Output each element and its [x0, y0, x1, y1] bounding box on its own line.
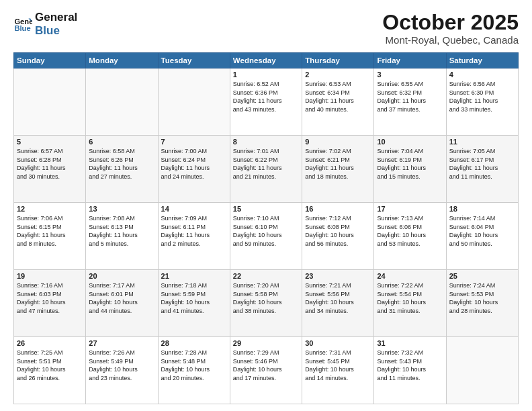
calendar-cell: 23Sunrise: 7:21 AM Sunset: 5:56 PM Dayli…	[302, 270, 374, 337]
day-number: 15	[233, 205, 299, 213]
calendar-cell: 24Sunrise: 7:22 AM Sunset: 5:54 PM Dayli…	[374, 270, 446, 337]
calendar-cell: 28Sunrise: 7:28 AM Sunset: 5:48 PM Dayli…	[158, 337, 230, 404]
calendar-week-3: 19Sunrise: 7:16 AM Sunset: 6:03 PM Dayli…	[14, 270, 519, 337]
day-info: Sunrise: 7:18 AM Sunset: 5:59 PM Dayligh…	[161, 281, 227, 315]
day-info: Sunrise: 7:25 AM Sunset: 5:51 PM Dayligh…	[17, 349, 83, 382]
calendar-cell: 5Sunrise: 6:57 AM Sunset: 6:28 PM Daylig…	[14, 136, 86, 203]
day-info: Sunrise: 7:08 AM Sunset: 6:13 PM Dayligh…	[89, 214, 154, 248]
day-number: 6	[89, 138, 154, 146]
day-header-friday: Friday	[374, 53, 446, 68]
page: General Blue General Blue October 2025 M…	[0, 0, 532, 411]
day-number: 22	[233, 272, 299, 280]
day-info: Sunrise: 7:29 AM Sunset: 5:46 PM Dayligh…	[233, 349, 299, 382]
day-info: Sunrise: 7:10 AM Sunset: 6:10 PM Dayligh…	[233, 214, 299, 248]
calendar-cell	[14, 68, 86, 136]
day-info: Sunrise: 7:04 AM Sunset: 6:19 PM Dayligh…	[377, 147, 443, 181]
calendar-cell: 19Sunrise: 7:16 AM Sunset: 6:03 PM Dayli…	[14, 270, 86, 337]
calendar-cell: 26Sunrise: 7:25 AM Sunset: 5:51 PM Dayli…	[14, 337, 86, 404]
calendar-cell: 21Sunrise: 7:18 AM Sunset: 5:59 PM Dayli…	[158, 270, 230, 337]
logo-icon: General Blue	[13, 15, 32, 34]
logo: General Blue General Blue	[13, 11, 77, 37]
day-header-wednesday: Wednesday	[230, 53, 302, 68]
day-number: 14	[161, 205, 227, 213]
day-number: 5	[17, 138, 83, 146]
calendar-cell	[86, 68, 158, 136]
day-header-tuesday: Tuesday	[158, 53, 230, 68]
calendar-cell: 29Sunrise: 7:29 AM Sunset: 5:46 PM Dayli…	[230, 337, 302, 404]
calendar-cell: 27Sunrise: 7:26 AM Sunset: 5:49 PM Dayli…	[86, 337, 158, 404]
day-info: Sunrise: 7:06 AM Sunset: 6:15 PM Dayligh…	[17, 214, 83, 248]
calendar-cell: 20Sunrise: 7:17 AM Sunset: 6:01 PM Dayli…	[86, 270, 158, 337]
day-number: 26	[17, 339, 83, 347]
logo-blue: Blue	[35, 24, 77, 38]
day-info: Sunrise: 7:22 AM Sunset: 5:54 PM Dayligh…	[377, 281, 443, 315]
day-info: Sunrise: 7:12 AM Sunset: 6:08 PM Dayligh…	[305, 214, 371, 248]
calendar-cell: 30Sunrise: 7:31 AM Sunset: 5:45 PM Dayli…	[302, 337, 374, 404]
calendar-cell: 3Sunrise: 6:55 AM Sunset: 6:32 PM Daylig…	[374, 68, 446, 136]
day-number: 21	[161, 272, 227, 280]
calendar-cell: 13Sunrise: 7:08 AM Sunset: 6:13 PM Dayli…	[86, 203, 158, 270]
day-number: 12	[17, 205, 83, 213]
day-info: Sunrise: 7:00 AM Sunset: 6:24 PM Dayligh…	[161, 147, 227, 181]
calendar-cell: 12Sunrise: 7:06 AM Sunset: 6:15 PM Dayli…	[14, 203, 86, 270]
day-number: 23	[305, 272, 371, 280]
day-number: 24	[377, 272, 443, 280]
calendar-header-row: SundayMondayTuesdayWednesdayThursdayFrid…	[14, 53, 519, 68]
day-number: 29	[233, 339, 299, 347]
calendar-cell: 2Sunrise: 6:53 AM Sunset: 6:34 PM Daylig…	[302, 68, 374, 136]
calendar-cell	[158, 68, 230, 136]
calendar-cell: 14Sunrise: 7:09 AM Sunset: 6:11 PM Dayli…	[158, 203, 230, 270]
day-info: Sunrise: 7:26 AM Sunset: 5:49 PM Dayligh…	[89, 349, 154, 382]
day-info: Sunrise: 6:58 AM Sunset: 6:26 PM Dayligh…	[89, 147, 154, 181]
calendar-cell: 4Sunrise: 6:56 AM Sunset: 6:30 PM Daylig…	[446, 68, 518, 136]
calendar-week-1: 5Sunrise: 6:57 AM Sunset: 6:28 PM Daylig…	[14, 136, 519, 203]
day-info: Sunrise: 6:57 AM Sunset: 6:28 PM Dayligh…	[17, 147, 83, 181]
day-number: 18	[449, 205, 515, 213]
day-number: 9	[305, 138, 371, 146]
day-number: 28	[161, 339, 227, 347]
day-info: Sunrise: 6:55 AM Sunset: 6:32 PM Dayligh…	[377, 80, 443, 113]
day-info: Sunrise: 7:32 AM Sunset: 5:43 PM Dayligh…	[377, 349, 443, 382]
calendar-week-2: 12Sunrise: 7:06 AM Sunset: 6:15 PM Dayli…	[14, 203, 519, 270]
day-number: 4	[449, 71, 515, 79]
calendar-cell: 10Sunrise: 7:04 AM Sunset: 6:19 PM Dayli…	[374, 136, 446, 203]
logo-general: General	[35, 11, 77, 24]
calendar-cell: 17Sunrise: 7:13 AM Sunset: 6:06 PM Dayli…	[374, 203, 446, 270]
day-number: 19	[17, 272, 83, 280]
calendar-cell: 22Sunrise: 7:20 AM Sunset: 5:58 PM Dayli…	[230, 270, 302, 337]
day-number: 7	[161, 138, 227, 146]
day-header-monday: Monday	[86, 53, 158, 68]
day-number: 11	[449, 138, 515, 146]
day-number: 10	[377, 138, 443, 146]
day-info: Sunrise: 6:53 AM Sunset: 6:34 PM Dayligh…	[305, 80, 371, 113]
day-info: Sunrise: 7:14 AM Sunset: 6:04 PM Dayligh…	[449, 214, 515, 248]
day-number: 8	[233, 138, 299, 146]
day-number: 13	[89, 205, 154, 213]
calendar-cell: 7Sunrise: 7:00 AM Sunset: 6:24 PM Daylig…	[158, 136, 230, 203]
day-number: 31	[377, 339, 443, 347]
calendar-cell: 15Sunrise: 7:10 AM Sunset: 6:10 PM Dayli…	[230, 203, 302, 270]
day-number: 30	[305, 339, 371, 347]
calendar-cell: 6Sunrise: 6:58 AM Sunset: 6:26 PM Daylig…	[86, 136, 158, 203]
day-info: Sunrise: 7:24 AM Sunset: 5:53 PM Dayligh…	[449, 281, 515, 315]
day-number: 17	[377, 205, 443, 213]
day-info: Sunrise: 7:20 AM Sunset: 5:58 PM Dayligh…	[233, 281, 299, 315]
svg-text:Blue: Blue	[14, 24, 30, 32]
day-header-saturday: Saturday	[446, 53, 518, 68]
day-number: 27	[89, 339, 154, 347]
day-info: Sunrise: 7:02 AM Sunset: 6:21 PM Dayligh…	[305, 147, 371, 181]
header: General Blue General Blue October 2025 M…	[13, 11, 519, 46]
calendar-week-0: 1Sunrise: 6:52 AM Sunset: 6:36 PM Daylig…	[14, 68, 519, 136]
day-number: 20	[89, 272, 154, 280]
calendar-table: SundayMondayTuesdayWednesdayThursdayFrid…	[13, 52, 519, 404]
day-number: 3	[377, 71, 443, 79]
day-number: 2	[305, 71, 371, 79]
calendar-cell: 1Sunrise: 6:52 AM Sunset: 6:36 PM Daylig…	[230, 68, 302, 136]
day-info: Sunrise: 7:16 AM Sunset: 6:03 PM Dayligh…	[17, 281, 83, 315]
day-info: Sunrise: 7:28 AM Sunset: 5:48 PM Dayligh…	[161, 349, 227, 382]
main-title: October 2025	[382, 11, 519, 34]
day-number: 25	[449, 272, 515, 280]
calendar-cell: 9Sunrise: 7:02 AM Sunset: 6:21 PM Daylig…	[302, 136, 374, 203]
day-info: Sunrise: 7:21 AM Sunset: 5:56 PM Dayligh…	[305, 281, 371, 315]
day-header-sunday: Sunday	[14, 53, 86, 68]
